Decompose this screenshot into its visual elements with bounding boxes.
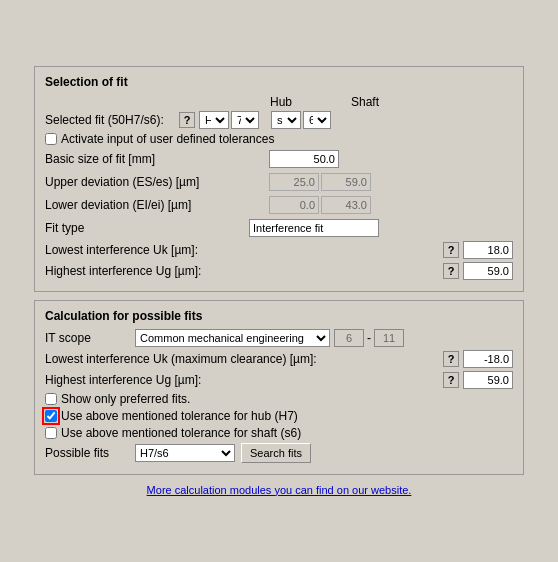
- upper-dev-row: Upper deviation (ES/es) [µm]: [45, 172, 513, 192]
- possible-fits-label: Possible fits: [45, 446, 135, 460]
- use-shaft-row: Use above mentioned tolerance for shaft …: [45, 426, 513, 440]
- basic-size-label: Basic size of fit [mm]: [45, 152, 265, 166]
- calc-highest-int-row: Highest interference Ug [µm]: ?: [45, 371, 513, 389]
- basic-size-value[interactable]: [269, 150, 339, 168]
- main-container: Selection of fit Hub Shaft Selected fit …: [24, 56, 534, 507]
- highest-int-label: Highest interference Ug [µm]:: [45, 264, 443, 278]
- highest-int-question-btn[interactable]: ?: [443, 263, 459, 279]
- use-hub-row: Use above mentioned tolerance for hub (H…: [45, 409, 513, 423]
- basic-size-row: Basic size of fit [mm]: [45, 149, 513, 169]
- hub-letter-select[interactable]: HGF: [199, 111, 229, 129]
- website-link[interactable]: More calculation modules you can find on…: [147, 484, 412, 496]
- lowest-int-label: Lowest interference Uk [µm]:: [45, 243, 443, 257]
- section2-title: Calculation for possible fits: [45, 309, 513, 323]
- it-range-from: [334, 329, 364, 347]
- activate-checkbox-row: Activate input of user defined tolerance…: [45, 132, 513, 146]
- possible-fits-select[interactable]: H7/s6 H7/r6 H7/p6: [135, 444, 235, 462]
- upper-dev-shaft: [321, 173, 371, 191]
- calc-lowest-int-question-btn[interactable]: ?: [443, 351, 459, 367]
- lowest-int-question-btn[interactable]: ?: [443, 242, 459, 258]
- it-range-dash: -: [367, 331, 371, 345]
- it-scope-row: IT scope Common mechanical engineering F…: [45, 329, 513, 347]
- use-hub-checkbox[interactable]: [45, 410, 57, 422]
- shaft-letter-select[interactable]: srp: [271, 111, 301, 129]
- it-range: -: [334, 329, 404, 347]
- calc-lowest-int-row: Lowest interference Uk (maximum clearanc…: [45, 350, 513, 368]
- selection-of-fit-section: Selection of fit Hub Shaft Selected fit …: [34, 66, 524, 292]
- calc-highest-int-value[interactable]: [463, 371, 513, 389]
- it-range-to: [374, 329, 404, 347]
- lower-dev-shaft: [321, 196, 371, 214]
- use-shaft-label: Use above mentioned tolerance for shaft …: [61, 426, 301, 440]
- link-row: More calculation modules you can find on…: [34, 483, 524, 497]
- fit-type-row: Fit type: [45, 218, 513, 238]
- highest-int-value[interactable]: [463, 262, 513, 280]
- shaft-header: Shaft: [325, 95, 405, 109]
- selected-fit-label: Selected fit (50H7/s6):: [45, 113, 175, 127]
- show-preferred-checkbox[interactable]: [45, 393, 57, 405]
- search-fits-button[interactable]: Search fits: [241, 443, 311, 463]
- upper-dev-label: Upper deviation (ES/es) [µm]: [45, 175, 265, 189]
- it-scope-select[interactable]: Common mechanical engineering Fine mecha…: [135, 329, 330, 347]
- fit-type-value: [249, 219, 379, 237]
- hub-header: Hub: [237, 95, 325, 109]
- calc-lowest-int-value[interactable]: [463, 350, 513, 368]
- hub-number-select[interactable]: 768: [231, 111, 259, 129]
- shaft-number-select[interactable]: 657: [303, 111, 331, 129]
- calc-highest-int-label: Highest interference Ug [µm]:: [45, 373, 443, 387]
- use-shaft-checkbox[interactable]: [45, 427, 57, 439]
- fit-type-label: Fit type: [45, 221, 175, 235]
- it-scope-label: IT scope: [45, 331, 135, 345]
- show-preferred-row: Show only preferred fits.: [45, 392, 513, 406]
- calc-highest-int-question-btn[interactable]: ?: [443, 372, 459, 388]
- lower-dev-hub: [269, 196, 319, 214]
- calc-lowest-int-label: Lowest interference Uk (maximum clearanc…: [45, 352, 443, 366]
- show-preferred-label: Show only preferred fits.: [61, 392, 190, 406]
- lowest-int-row: Lowest interference Uk [µm]: ?: [45, 241, 513, 259]
- section1-title: Selection of fit: [45, 75, 513, 89]
- possible-fits-row: Possible fits H7/s6 H7/r6 H7/p6 Search f…: [45, 443, 513, 463]
- activate-checkbox[interactable]: [45, 133, 57, 145]
- lower-dev-row: Lower deviation (EI/ei) [µm]: [45, 195, 513, 215]
- lowest-int-value[interactable]: [463, 241, 513, 259]
- upper-dev-hub: [269, 173, 319, 191]
- highest-int-row: Highest interference Ug [µm]: ?: [45, 262, 513, 280]
- calculation-section: Calculation for possible fits IT scope C…: [34, 300, 524, 475]
- activate-checkbox-label: Activate input of user defined tolerance…: [61, 132, 274, 146]
- hub-shaft-headers: Hub Shaft: [237, 95, 513, 109]
- selected-fit-question-btn[interactable]: ?: [179, 112, 195, 128]
- use-hub-label: Use above mentioned tolerance for hub (H…: [61, 409, 298, 423]
- lower-dev-label: Lower deviation (EI/ei) [µm]: [45, 198, 265, 212]
- selected-fit-row: Selected fit (50H7/s6): ? HGF 768 srp 65…: [45, 111, 513, 129]
